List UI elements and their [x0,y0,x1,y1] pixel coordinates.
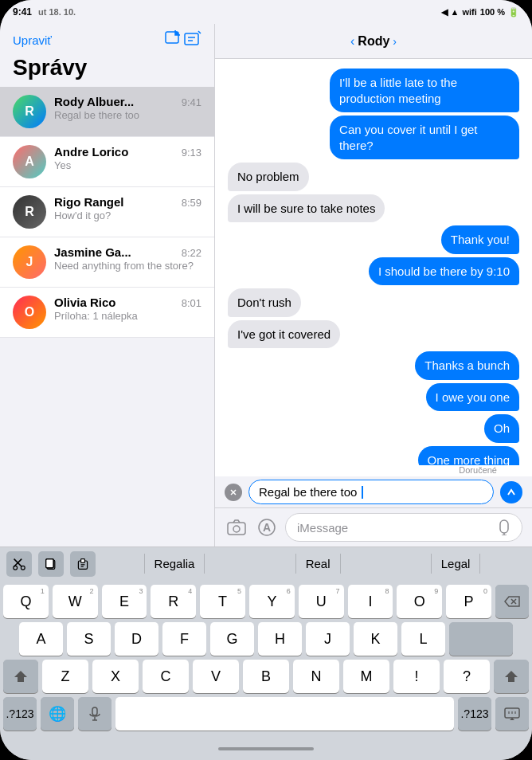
message-bubble-11: Oh [484,414,519,443]
key-r[interactable]: 4R [151,585,196,618]
autocorrect-word-2[interactable]: Real [295,554,341,574]
chat-chevron-icon[interactable]: › [393,35,397,48]
svg-rect-1 [185,33,198,45]
message-row-5: Thank you! [228,225,519,254]
avatar-rody: R [13,95,46,128]
hide-keyboard-key[interactable] [495,697,529,731]
key-b[interactable]: B [243,660,289,693]
message-input[interactable]: Regal be there too [248,480,494,504]
message-row-8: I've got it covered [228,320,519,349]
key-d[interactable]: D [115,622,158,656]
svg-rect-27 [92,707,97,715]
camera-button[interactable] [225,515,248,539]
return-key[interactable] [449,622,513,656]
delete-key[interactable] [495,585,529,618]
message-bubble-6: I should be there by 9:10 [369,257,519,286]
status-bar: 9:41 ut 18. 10. ◀ ▲ wifi 100 % 🔋 [0,0,532,24]
clear-button[interactable] [225,484,242,501]
conv-content-olivia: Olivia Rico8:01Príloha: 1 nálepka [54,296,201,322]
compose-button[interactable] [164,30,201,50]
key-h[interactable]: H [258,622,302,656]
conversation-list: RRody Albuer...9:41Regal be there tooAAn… [0,87,214,546]
autocorrect-word-1[interactable]: Regalia [144,554,205,574]
key-f[interactable]: F [162,622,206,656]
cut-button[interactable] [6,551,32,577]
messages-area[interactable]: I'll be a little late to the production … [215,59,532,465]
key-e[interactable]: 3E [102,585,147,618]
status-time: 9:41 [13,6,32,18]
chat-panel: ‹ Rody › I'll be a little late to the pr… [215,24,532,546]
num-switch-key-right[interactable]: .?123 [458,697,491,731]
message-bubble-2: Can you cover it until I get there? [330,116,519,159]
globe-key[interactable]: 🌐 [41,697,74,731]
message-bubble-5: Thank you! [441,225,519,254]
input-toolbar: A iMessage [215,507,532,546]
avatar-jasmine: J [13,245,46,279]
send-button[interactable] [500,481,522,503]
conv-preview-jasmine: Need anything from the store? [54,260,201,272]
key-q[interactable]: 1Q [3,585,49,618]
conversation-item-olivia[interactable]: OOlivia Rico8:01Príloha: 1 nálepka [0,288,214,338]
key-c[interactable]: C [143,660,189,693]
key-u[interactable]: 7U [299,585,344,618]
autocorrect-word-3[interactable]: Legal [431,554,481,574]
svg-rect-20 [81,558,85,562]
conversation-item-rody[interactable]: RRody Albuer...9:41Regal be there too [0,87,214,137]
key-g[interactable]: G [210,622,254,656]
key-excl[interactable]: ! [393,660,440,693]
message-bubble-8: I've got it covered [228,320,340,349]
avatar-olivia: O [13,296,46,329]
conv-time-olivia: 8:01 [182,297,201,309]
chat-contact-name[interactable]: Rody [358,34,389,49]
key-quest[interactable]: ? [444,660,490,693]
conv-name-rody: Rody Albuer... [54,95,134,108]
imessage-placeholder[interactable]: iMessage [285,513,522,542]
svg-point-15 [21,566,25,570]
copy-button[interactable] [38,551,64,577]
avatar-rigo: R [13,195,46,229]
key-a[interactable]: A [19,622,63,656]
key-l[interactable]: L [401,622,445,656]
keyboard-row-2: ASDFGHJKL [3,622,529,656]
key-o[interactable]: 9O [397,585,442,618]
key-v[interactable]: V [193,660,239,693]
key-t[interactable]: 5T [200,585,245,618]
edit-button[interactable]: Upraviť [13,33,52,47]
conversation-item-rigo[interactable]: RRigo Rangel8:59How'd it go? [0,187,214,237]
shift-key[interactable] [3,660,38,693]
key-z[interactable]: Z [42,660,88,693]
key-x[interactable]: X [92,660,139,693]
key-s[interactable]: S [67,622,111,656]
shift-right-key[interactable] [494,660,529,693]
key-k[interactable]: K [354,622,397,656]
active-input-row: Regal be there too [215,476,532,507]
conv-name-rigo: Rigo Rangel [54,195,124,209]
svg-text:A: A [263,521,271,534]
key-p[interactable]: 0P [446,585,491,618]
main-area: Upraviť Správy [0,24,532,546]
message-bubble-9: Thanks a bunch [415,351,519,380]
key-w[interactable]: 2W [53,585,98,618]
microphone-key[interactable] [78,697,111,731]
conv-content-jasmine: Jasmine Ga...8:22Need anything from the … [54,245,201,272]
space-key[interactable] [115,697,454,731]
home-indicator[interactable] [218,747,314,750]
key-n[interactable]: N [293,660,339,693]
svg-marker-26 [505,671,518,682]
message-bubble-1: I'll be a little late to the production … [330,69,519,112]
apps-button[interactable]: A [255,515,279,539]
key-j[interactable]: J [306,622,350,656]
paste-button[interactable] [70,551,96,577]
message-bubble-3: No problem [228,163,309,191]
keyboard-row-1: 1Q2W3E4R5T6Y7U8I9O0P [3,585,529,618]
wifi-icon: wifi [462,7,476,17]
key-y[interactable]: 6Y [249,585,295,618]
key-m[interactable]: M [343,660,389,693]
conversation-item-andre[interactable]: AAndre Lorico9:13Yes [0,137,214,187]
message-bubble-4: I will be sure to take notes [228,194,385,223]
back-arrow[interactable]: ‹ [350,34,354,49]
num-switch-key[interactable]: .?123 [3,697,37,731]
conv-content-rody: Rody Albuer...9:41Regal be there too [54,95,201,121]
conversation-item-jasmine[interactable]: JJasmine Ga...8:22Need anything from the… [0,237,214,288]
key-i[interactable]: 8I [348,585,393,618]
